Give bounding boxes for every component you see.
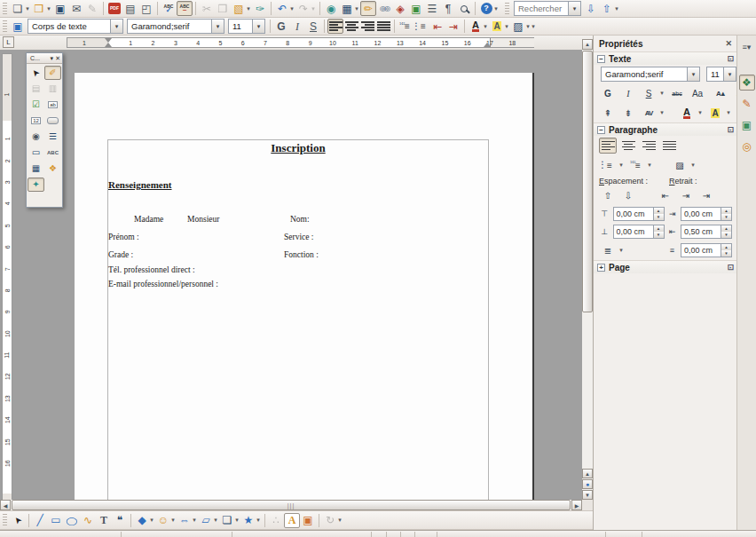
sb-align-center-icon[interactable] (619, 138, 637, 154)
sb-decrease-para-spacing-icon[interactable]: ⇩ (619, 187, 637, 203)
align-right-icon[interactable] (359, 19, 375, 34)
doc-grade-label[interactable]: Grade : (108, 250, 133, 259)
tab-navigator-icon[interactable]: ◎ (739, 138, 755, 154)
edit-file-icon[interactable]: ✎ (84, 1, 100, 16)
fc-control-properties-icon[interactable]: ▤ (28, 82, 44, 96)
show-draw-functions-icon[interactable]: ✏ (360, 1, 376, 16)
sidebar-font-dropdown[interactable]: ▾ (687, 67, 699, 81)
fc-form-design-icon[interactable]: ▦ (28, 162, 44, 176)
first-line-indent-field[interactable]: 0,00 cm▲▼ (681, 243, 732, 257)
right-indent-marker[interactable] (484, 43, 491, 47)
expand-icon[interactable]: + (597, 264, 605, 272)
fc-form-properties-icon[interactable]: ▥ (44, 82, 61, 96)
spinner[interactable]: ▲▼ (721, 208, 731, 220)
sb-increase-spacing-icon[interactable]: ⇞ (599, 105, 617, 121)
rectangle-icon[interactable]: ▭ (48, 513, 64, 528)
font-color-dropdown[interactable]: ▾ (482, 23, 489, 30)
data-sources-icon[interactable]: ☰ (424, 1, 440, 16)
draw-select-icon[interactable]: ➤ (10, 513, 26, 528)
decrease-indent-icon[interactable]: ⇤ (429, 19, 445, 34)
spinner[interactable]: ▲▼ (721, 225, 731, 238)
fc-combo-box-icon[interactable]: ▭ (28, 146, 44, 160)
sb-increase-para-spacing-icon[interactable]: ⇧ (599, 187, 617, 203)
spinner[interactable]: ▲▼ (653, 225, 664, 238)
navigator-icon[interactable]: ◈ (392, 1, 408, 16)
above-spacing-field[interactable]: 0,00 cm▲▼ (613, 207, 665, 221)
save-icon[interactable]: ▣ (52, 1, 68, 16)
clone-formatting-icon[interactable]: ✑ (252, 1, 268, 16)
fc-label-icon[interactable]: ABC (44, 146, 61, 160)
sb-align-left-icon[interactable] (599, 138, 617, 154)
text-section-header[interactable]: − Texte ⊡ (594, 51, 737, 65)
page-section-header[interactable]: + Page ⊡ (594, 260, 737, 273)
callout-icon[interactable]: ❝ (112, 513, 128, 528)
form-controls-titlebar[interactable]: C... ▾ ✕ (27, 53, 62, 64)
search-box[interactable]: ▾ (514, 1, 581, 16)
styles-window-icon[interactable]: ▣ (10, 19, 26, 34)
align-left-icon[interactable] (327, 19, 343, 34)
sidebar-font-name-combo[interactable]: Garamond;serif ▾ (601, 67, 700, 82)
toolbar-overflow[interactable]: ▾ (492, 5, 500, 12)
tab-styles-icon[interactable]: ✎ (739, 96, 755, 112)
document-page[interactable]: Inscription Renseignement Madame Monsieu… (75, 73, 534, 500)
sidebar-size-dropdown[interactable]: ▾ (723, 67, 736, 81)
align-justify-icon[interactable] (375, 19, 391, 34)
sidebar-font-size-combo[interactable]: 11 ▾ (706, 67, 736, 82)
paragraph-dialog-launcher-icon[interactable]: ⊡ (727, 125, 734, 134)
find-replace-icon[interactable]: ◎◎ (376, 1, 392, 16)
fc-wizards-icon[interactable]: ✦ (28, 178, 44, 192)
vertical-scrollbar[interactable]: ▲ ▲ ● ▼ (582, 39, 593, 500)
sidebar-settings-icon[interactable]: ≡▾ (739, 39, 755, 55)
horizontal-scroll-thumb[interactable]: ||| (12, 500, 571, 510)
find-toolbar-overflow[interactable]: ▾ (613, 5, 620, 12)
print-icon[interactable]: ▤ (122, 1, 138, 16)
bold-icon[interactable]: G (273, 19, 289, 34)
form-controls-close-icon[interactable]: ✕ (55, 55, 60, 62)
collapse-icon[interactable]: − (597, 126, 605, 134)
doc-email-label[interactable]: E-mail professionnel/personnel : (108, 280, 218, 288)
freeform-line-icon[interactable]: ∿ (80, 513, 96, 528)
sb-italic-icon[interactable]: I (619, 85, 637, 101)
spinner[interactable]: ▲▼ (721, 244, 731, 257)
search-input[interactable] (515, 4, 568, 13)
edit-points-icon[interactable]: ∴ (268, 513, 284, 528)
tab-gallery-icon[interactable]: ▣ (739, 117, 755, 133)
flowchart-dropdown[interactable]: ▾ (212, 517, 219, 524)
spinner[interactable]: ▲▼ (653, 208, 664, 220)
doc-nom-label[interactable]: Nom: (290, 215, 310, 224)
gallery-icon[interactable]: ▣ (408, 1, 424, 16)
doc-section-heading[interactable]: Renseignement (108, 179, 172, 190)
table-dropdown[interactable]: ▾ (353, 5, 360, 12)
doc-title[interactable]: Inscription (107, 141, 489, 155)
sb-highlight-icon[interactable]: A (706, 105, 724, 121)
horizontal-scrollbar[interactable]: ◀ ||| ▶ (0, 500, 582, 510)
paragraph-style-combo[interactable]: Corps de texte ▾ (28, 19, 123, 34)
doc-monsieur-label[interactable]: Monsieur (187, 215, 219, 224)
hyperlink-icon[interactable]: ◉ (323, 1, 339, 16)
scroll-up-icon[interactable]: ▲ (582, 39, 593, 50)
collapse-icon[interactable]: − (597, 55, 605, 63)
block-arrows-dropdown[interactable]: ▾ (191, 517, 198, 524)
toolbar-overflow[interactable]: ▾ (530, 23, 537, 30)
search-dropdown[interactable]: ▾ (568, 2, 580, 15)
autospellcheck-icon[interactable]: ABC~ (177, 1, 193, 16)
sb-kerning-icon[interactable]: AV (640, 105, 658, 121)
fontwork-icon[interactable]: A (284, 513, 300, 528)
sb-numbered-list-icon[interactable]: ≡ (627, 157, 645, 173)
sb-highlight-dropdown[interactable]: ▾ (725, 109, 732, 116)
before-indent-field[interactable]: 0,00 cm▲▼ (681, 207, 732, 221)
fc-more-controls-icon[interactable]: ❖ (44, 162, 61, 176)
style-dropdown[interactable]: ▾ (110, 20, 122, 33)
sb-underline-dropdown[interactable]: ▾ (658, 90, 665, 97)
font-size-combo[interactable]: 11 ▾ (228, 19, 265, 34)
cut-icon[interactable]: ✂ (199, 1, 215, 16)
email-icon[interactable]: ✉ (68, 1, 84, 16)
document-workspace[interactable]: 1 12345678910111213141516 Inscription Re… (0, 50, 582, 500)
previous-page-icon[interactable]: ▲ (582, 469, 593, 478)
line-spacing-icon[interactable]: ≣ (599, 242, 617, 258)
sb-decrease-indent-icon[interactable]: ⇥ (677, 187, 695, 203)
sb-align-justify-icon[interactable] (660, 138, 678, 154)
scroll-left-icon[interactable]: ◀ (0, 500, 11, 510)
font-dropdown[interactable]: ▾ (211, 20, 224, 33)
fc-push-button-icon[interactable] (44, 114, 61, 128)
